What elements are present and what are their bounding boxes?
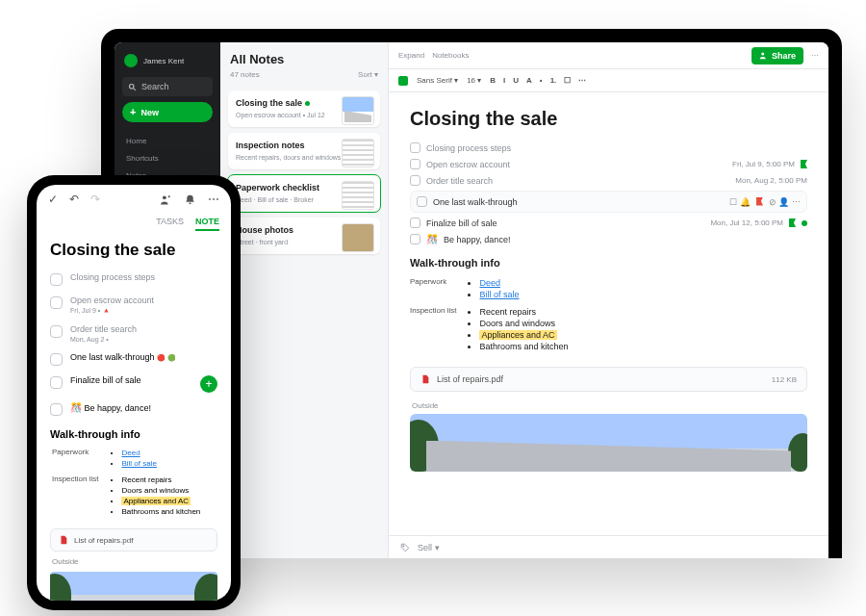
person-plus-icon — [759, 51, 768, 60]
task-row[interactable]: One last walk-through☐ 🔔 ⊘ 👤 ⋯ — [410, 191, 807, 213]
task-row[interactable]: Order title searchMon, Aug 2 • — [50, 320, 217, 347]
list-item[interactable]: Appliances and AC — [479, 329, 568, 341]
list-item[interactable]: Recent repairs — [479, 306, 568, 318]
attachment-size: 112 KB — [772, 375, 797, 384]
note-title[interactable]: Closing the sale — [410, 108, 807, 130]
attachment[interactable]: List of repairs.pdf — [50, 528, 217, 552]
search-input[interactable]: Search — [122, 77, 213, 96]
task-row[interactable]: Open escrow accountFri, Jul 9 • 🔺 — [50, 291, 217, 320]
task-row[interactable]: Finalize bill of sale+ — [50, 371, 217, 398]
checkbox-icon[interactable] — [410, 159, 420, 169]
share-icon[interactable] — [160, 193, 172, 206]
list-item[interactable]: Deed — [121, 448, 200, 458]
info-key: Inspection list — [52, 473, 106, 519]
nav-item[interactable]: Home — [122, 134, 213, 148]
done-button[interactable]: ✓ — [48, 192, 58, 206]
note-title[interactable]: Closing the sale — [50, 241, 217, 260]
format-button[interactable]: I — [503, 76, 505, 85]
size-picker[interactable]: 16 ▾ — [467, 76, 481, 85]
card-thumb — [342, 96, 374, 125]
list-item[interactable]: Bathrooms and kitchen — [121, 506, 200, 517]
mobile-tabs: TASKS NOTE — [37, 214, 231, 235]
task-label: Order title search — [426, 176, 493, 186]
task-row[interactable]: 🎊 Be happy, dance! — [50, 398, 217, 421]
format-button[interactable]: B — [490, 76, 496, 85]
checkbox-icon[interactable] — [410, 142, 420, 153]
note-card[interactable]: Inspection notesRecent repairs, doors an… — [228, 133, 380, 169]
plus-icon: + — [130, 107, 136, 117]
font-picker[interactable]: Sans Serif ▾ — [417, 76, 458, 85]
note-body[interactable]: Closing the sale Closing process stepsOp… — [389, 92, 828, 535]
tab-note[interactable]: NOTE — [195, 214, 219, 231]
format-button[interactable]: ☐ — [564, 76, 571, 85]
checkbox-icon[interactable] — [410, 218, 420, 228]
task-row[interactable]: Order title searchMon, Aug 2, 5:00 PM — [410, 172, 807, 189]
card-thumb — [342, 139, 374, 167]
more-button[interactable]: ⋯ — [208, 192, 219, 206]
add-button[interactable]: + — [200, 375, 217, 393]
task-label: Open escrow account — [426, 160, 510, 169]
checkbox-icon[interactable] — [410, 234, 420, 244]
list-item[interactable]: Bill of sale — [121, 458, 200, 469]
tag-chip[interactable]: Sell ▾ — [418, 543, 440, 552]
list-item[interactable]: Doors and windows — [121, 485, 200, 496]
checkbox-icon[interactable] — [410, 175, 420, 186]
note-card[interactable]: House photosStreet · front yard — [228, 218, 380, 254]
reminder-icon[interactable] — [184, 193, 196, 206]
task-row[interactable]: One last walk-through 🔴 🟢 — [50, 347, 217, 371]
checkbox-icon[interactable] — [50, 273, 63, 286]
task-row[interactable]: 🎊Be happy, dance! — [410, 231, 807, 247]
notebook-picker[interactable]: Notebooks — [432, 51, 469, 60]
card-thumb — [342, 223, 374, 252]
task-label: Open escrow accountFri, Jul 9 • 🔺 — [70, 295, 154, 315]
task-row[interactable]: Finalize bill of saleMon, Jul 12, 5:00 P… — [410, 215, 807, 231]
note-card[interactable]: Closing the saleOpen escrow account • Ju… — [228, 90, 380, 127]
task-label: Closing process steps — [70, 272, 155, 284]
list-item[interactable]: Recent repairs — [121, 475, 200, 485]
checkbox-icon[interactable] — [50, 325, 63, 338]
list-item[interactable]: Appliances and AC — [121, 496, 200, 506]
format-button[interactable]: ⋯ — [578, 76, 586, 85]
list-item[interactable]: Bathrooms and kitchen — [479, 341, 568, 352]
info-table: PaperworkDeedBill of saleInspection list… — [50, 444, 210, 521]
tab-tasks[interactable]: TASKS — [156, 214, 184, 231]
more-button[interactable]: ⋯ — [811, 51, 819, 60]
sort-button[interactable]: Sort ▾ — [358, 70, 378, 79]
insert-button[interactable] — [398, 76, 408, 86]
undo-button[interactable]: ↶ — [69, 192, 79, 206]
task-row[interactable]: Closing process steps — [410, 140, 807, 156]
format-toolbar: Sans Serif ▾ 16 ▾ BIUA•1.☐⋯ — [389, 69, 828, 92]
format-button[interactable]: U — [513, 76, 519, 85]
attachment[interactable]: List of repairs.pdf 112 KB — [410, 367, 807, 392]
task-label: 🎊 Be happy, dance! — [70, 402, 151, 413]
info-key: Paperwork — [52, 446, 106, 471]
pdf-icon — [59, 535, 68, 545]
task-row[interactable]: Closing process steps — [50, 268, 217, 291]
checkbox-icon[interactable] — [50, 353, 63, 366]
checkbox-icon[interactable] — [417, 196, 427, 207]
mobile-note-body[interactable]: Closing the sale Closing process stepsOp… — [37, 235, 231, 601]
format-button[interactable]: A — [526, 76, 532, 85]
note-card[interactable]: Paperwork checklistDeed · Bill of sale ·… — [228, 175, 380, 212]
format-button[interactable]: • — [540, 76, 543, 85]
list-item[interactable]: Doors and windows — [479, 318, 568, 329]
task-row[interactable]: Open escrow accountFri, Jul 9, 5:00 PM — [410, 156, 807, 172]
search-label: Search — [141, 82, 169, 91]
redo-button[interactable]: ↷ — [90, 192, 100, 206]
list-item[interactable]: Bill of sale — [479, 289, 568, 300]
info-list: Recent repairsDoors and windowsAppliance… — [466, 306, 568, 352]
checkbox-icon[interactable] — [50, 376, 63, 389]
new-note-button[interactable]: + New — [122, 102, 213, 122]
account-switcher[interactable]: James Kent — [122, 50, 213, 71]
checkbox-icon[interactable] — [50, 403, 63, 416]
list-item[interactable]: Deed — [479, 277, 568, 289]
share-button[interactable]: Share — [751, 47, 803, 64]
nav-item[interactable]: Shortcuts — [122, 151, 213, 166]
expand-button[interactable]: Expand — [398, 51, 424, 60]
format-button[interactable]: 1. — [550, 76, 557, 85]
task-label: Finalize bill of sale — [70, 375, 141, 385]
info-table: PaperworkDeedBill of saleInspection list… — [410, 274, 578, 355]
svg-point-3 — [403, 545, 404, 546]
checkbox-icon[interactable] — [50, 296, 63, 309]
svg-line-1 — [134, 88, 136, 90]
